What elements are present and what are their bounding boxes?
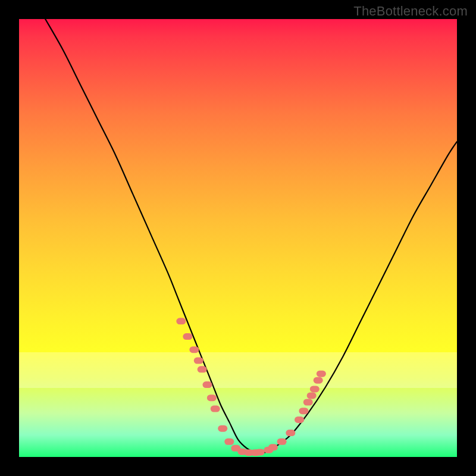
marker-dot [211,406,220,412]
marker-dot [286,430,295,436]
marker-dot [202,381,212,388]
marker-dot [307,392,317,399]
marker-dot [303,399,313,406]
marker-dot [183,333,192,340]
marker-dot [268,444,278,450]
marker-dot [317,371,326,377]
plot-area [19,19,457,457]
marker-dot [189,346,199,353]
chart-frame: TheBottleneck.com [0,0,476,476]
marker-dot [314,377,323,384]
marker-group [176,318,326,456]
marker-dot [207,394,217,401]
marker-dot [277,439,287,445]
bottleneck-curve [45,19,457,453]
marker-dot [255,449,265,455]
marker-dot [194,358,203,364]
marker-dot [310,386,320,392]
marker-dot [176,318,186,324]
marker-dot [295,416,304,423]
marker-dot [198,366,207,372]
watermark-text: TheBottleneck.com [353,4,468,19]
marker-dot [218,425,227,432]
chart-svg [19,19,457,457]
marker-dot [299,408,308,414]
marker-dot [224,439,234,445]
